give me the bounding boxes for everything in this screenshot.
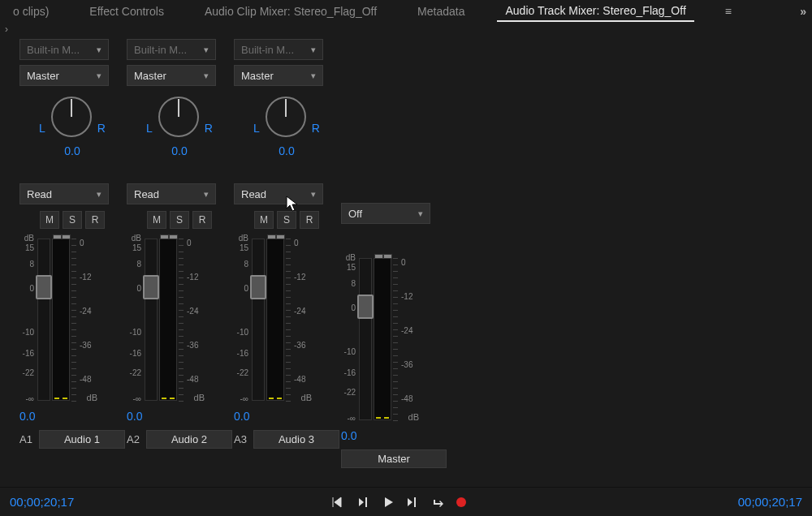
fader-handle[interactable] bbox=[357, 295, 374, 319]
scale-label: -10 bbox=[344, 347, 356, 356]
mute-button[interactable]: M bbox=[254, 211, 274, 229]
volume-fader[interactable] bbox=[37, 239, 50, 401]
fader-scale: dB1580-10-16-22-∞ bbox=[19, 239, 36, 401]
scale-label: -48 bbox=[187, 375, 198, 384]
solo-button[interactable]: S bbox=[63, 211, 82, 229]
automation-dropdown[interactable]: Read▾ bbox=[234, 183, 323, 204]
pan-knob[interactable] bbox=[49, 94, 94, 140]
automation-dropdown-label: Off bbox=[348, 208, 362, 220]
scale-label: 8 bbox=[136, 260, 141, 269]
pan-value[interactable]: 0.0 bbox=[64, 144, 80, 157]
tab-audio-clip-mixer[interactable]: Audio Clip Mixer: Stereo_Flag_Off bbox=[197, 2, 385, 21]
channel-name-row: A2Audio 2 bbox=[127, 430, 232, 449]
scale-label: 15 bbox=[25, 243, 34, 252]
meter-clip-indicator[interactable] bbox=[160, 234, 178, 239]
scale-label: -∞ bbox=[26, 394, 34, 403]
channel-name[interactable]: Audio 2 bbox=[146, 430, 232, 449]
chevron-down-icon: ▾ bbox=[204, 71, 209, 81]
panel-menu-icon[interactable]: ≡ bbox=[725, 5, 732, 18]
tab-no-clips[interactable]: o clips) bbox=[5, 2, 57, 21]
scale-label: -16 bbox=[23, 349, 34, 358]
automation-dropdown-label: Read bbox=[27, 188, 52, 200]
output-dropdown[interactable]: Master▾ bbox=[127, 65, 216, 86]
scale-label: -24 bbox=[80, 307, 91, 316]
scale-label: -24 bbox=[187, 307, 198, 316]
solo-button[interactable]: S bbox=[170, 211, 189, 229]
record-enable-button[interactable]: R bbox=[85, 211, 105, 229]
step-forward-button[interactable] bbox=[406, 497, 421, 508]
tab-effect-controls[interactable]: Effect Controls bbox=[81, 2, 172, 21]
volume-value[interactable]: 0.0 bbox=[19, 410, 35, 423]
meter-clip-indicator[interactable] bbox=[374, 254, 392, 259]
pan-l-label: L bbox=[250, 122, 263, 140]
send-dropdown[interactable]: Built-in M...▾ bbox=[234, 39, 323, 60]
msr-row: MSR bbox=[127, 211, 232, 229]
solo-button[interactable]: S bbox=[277, 211, 296, 229]
meter-scale: 0-12-24-36-48dB bbox=[286, 239, 309, 401]
transport-bar: 00;00;20;17 00;00;20;17 bbox=[0, 487, 812, 516]
volume-fader[interactable] bbox=[145, 239, 158, 401]
channel-id: A2 bbox=[127, 433, 140, 445]
channel-name[interactable]: Audio 1 bbox=[39, 430, 125, 449]
tab-metadata[interactable]: Metadata bbox=[409, 2, 473, 21]
scale-label: 15 bbox=[132, 243, 141, 252]
pan-value[interactable]: 0.0 bbox=[279, 144, 294, 157]
automation-dropdown[interactable]: Off▾ bbox=[341, 203, 430, 224]
overflow-icon[interactable]: » bbox=[800, 5, 807, 18]
record-enable-button[interactable]: R bbox=[300, 211, 319, 229]
timecode-left[interactable]: 00;00;20;17 bbox=[10, 495, 74, 509]
automation-dropdown[interactable]: Read▾ bbox=[19, 183, 109, 204]
db-label: dB bbox=[408, 412, 419, 422]
meter-clip-indicator[interactable] bbox=[53, 234, 71, 239]
scale-label: -16 bbox=[344, 368, 356, 377]
pan-knob[interactable] bbox=[263, 94, 309, 140]
pan-knob[interactable] bbox=[156, 94, 201, 140]
channel-name-row: A1Audio 1 bbox=[19, 430, 125, 449]
loop-button[interactable] bbox=[432, 497, 445, 508]
send-dropdown[interactable]: Built-in M...▾ bbox=[19, 39, 109, 60]
fader-handle[interactable] bbox=[143, 275, 159, 299]
send-dropdown-label: Built-in M... bbox=[27, 44, 80, 56]
volume-value[interactable]: 0.0 bbox=[341, 429, 356, 442]
scale-label: -36 bbox=[294, 341, 305, 350]
record-button[interactable] bbox=[456, 497, 466, 507]
channel-name[interactable]: Master bbox=[341, 449, 447, 468]
scale-label: -∞ bbox=[348, 414, 356, 423]
tab-audio-track-mixer[interactable]: Audio Track Mixer: Stereo_Flag_Off bbox=[497, 1, 693, 22]
output-dropdown[interactable]: Master▾ bbox=[234, 65, 323, 86]
send-dropdown-label: Built-in M... bbox=[241, 44, 294, 56]
record-enable-button[interactable]: R bbox=[192, 211, 212, 229]
pan-l-label: L bbox=[143, 122, 156, 140]
scale-label: -36 bbox=[401, 360, 412, 369]
output-dropdown[interactable]: Master▾ bbox=[19, 65, 109, 86]
mute-button[interactable]: M bbox=[40, 211, 59, 229]
automation-dropdown[interactable]: Read▾ bbox=[127, 183, 216, 204]
automation-dropdown-label: Read bbox=[134, 188, 159, 200]
scale-label: dB bbox=[24, 234, 34, 243]
volume-value[interactable]: 0.0 bbox=[234, 410, 249, 423]
volume-fader[interactable] bbox=[252, 239, 265, 401]
output-dropdown-label: Master bbox=[27, 70, 59, 82]
fader-handle[interactable] bbox=[36, 275, 52, 299]
chevron-right-icon[interactable]: › bbox=[5, 24, 8, 35]
fader-handle[interactable] bbox=[250, 275, 266, 299]
pan-value[interactable]: 0.0 bbox=[171, 144, 187, 157]
volume-value[interactable]: 0.0 bbox=[127, 410, 142, 423]
meter-scale: 0-12-24-36-48dB bbox=[393, 258, 416, 420]
meter-scale: 0-12-24-36-48dB bbox=[71, 239, 94, 401]
mute-button[interactable]: M bbox=[147, 211, 166, 229]
scale-label: -∞ bbox=[133, 394, 141, 403]
meter-clip-indicator[interactable] bbox=[267, 234, 285, 239]
step-back-button[interactable] bbox=[357, 497, 372, 508]
go-to-in-button[interactable] bbox=[331, 497, 346, 508]
play-button[interactable] bbox=[383, 497, 395, 508]
channel-name[interactable]: Audio 3 bbox=[253, 430, 339, 449]
scale-label: dB bbox=[239, 234, 248, 243]
volume-fader[interactable] bbox=[359, 258, 372, 420]
scale-label: -12 bbox=[80, 273, 91, 282]
send-dropdown-label: Built-in M... bbox=[134, 44, 187, 56]
scale-label: -36 bbox=[80, 341, 91, 350]
timecode-right[interactable]: 00;00;20;17 bbox=[738, 495, 802, 509]
send-dropdown[interactable]: Built-in M...▾ bbox=[127, 39, 216, 60]
scale-label: -24 bbox=[294, 307, 305, 316]
